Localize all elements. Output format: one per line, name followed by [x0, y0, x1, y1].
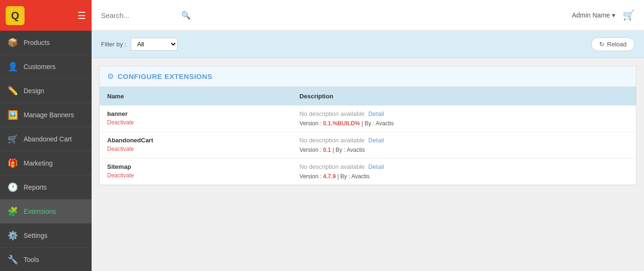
ext-desc-cell-0: No description available Detail Version …: [292, 105, 636, 132]
deactivate-link-0[interactable]: Deactivate: [107, 119, 284, 126]
marketing-icon: 🎁: [8, 158, 18, 168]
filter-bar: Filter by : AllActiveInactive ↻ Reload: [92, 31, 644, 58]
manage-banners-icon: 🖼️: [8, 110, 18, 120]
sidebar-item-products[interactable]: 📦 Products: [0, 31, 92, 55]
main-content: 🔍 Admin Name ▾ 🛒 Filter by : AllActiveIn…: [92, 0, 644, 271]
sidebar-nav: 📦 Products 👤 Customers ✏️ Design 🖼️ Mana…: [0, 31, 92, 271]
sidebar-item-manage-banners[interactable]: 🖼️ Manage Banners: [0, 103, 92, 127]
tools-icon: 🔧: [8, 254, 18, 265]
sidebar-item-extensions[interactable]: 🧩 Extensions: [0, 200, 92, 224]
deactivate-link-2[interactable]: Deactivate: [107, 172, 284, 179]
version-row-2: Version : 4.7.9 | By : Avactis: [299, 173, 628, 180]
abandoned-cart-icon: 🛒: [8, 134, 18, 144]
version-value-0: 0.1.%BUILD%: [323, 120, 360, 127]
settings-icon: ⚙️: [8, 230, 18, 241]
configure-icon: ⚙: [107, 72, 114, 81]
table-header-row: Name Description: [100, 87, 636, 105]
ext-name-cell-0: banner Deactivate: [100, 105, 292, 132]
cart-icon[interactable]: 🛒: [623, 9, 635, 21]
version-row-0: Version : 0.1.%BUILD% | By : Avactis: [299, 120, 628, 127]
table-row: AbandonedCart Deactivate No description …: [100, 132, 636, 158]
col-description: Description: [292, 87, 636, 105]
extensions-section: ⚙ CONFIGURE EXTENSIONS Name Description …: [99, 66, 636, 185]
hamburger-icon[interactable]: ☰: [77, 10, 86, 21]
sidebar-item-label: Settings: [24, 232, 48, 239]
no-desc-1: No description available: [299, 137, 364, 144]
ext-name-0: banner: [107, 110, 127, 117]
products-icon: 📦: [8, 37, 18, 48]
desc-row-1: No description available Detail: [299, 137, 628, 144]
sidebar-item-label: Manage Banners: [24, 111, 74, 119]
extensions-table: Name Description banner Deactivate No de…: [100, 87, 636, 185]
logo[interactable]: Q: [6, 6, 25, 25]
sidebar-item-label: Tools: [24, 256, 39, 263]
ext-name-cell-2: Sitemap Deactivate: [100, 158, 292, 185]
ext-name-cell-1: AbandonedCart Deactivate: [100, 132, 292, 158]
topbar-right: Admin Name ▾ 🛒: [572, 9, 635, 21]
extensions-icon: 🧩: [8, 206, 18, 217]
sidebar-header: Q ☰: [0, 0, 92, 31]
sidebar-item-label: Abandoned Cart: [24, 135, 72, 143]
version-value-1: 0.1: [323, 147, 331, 153]
reports-icon: 🕐: [8, 182, 18, 192]
sidebar-item-settings[interactable]: ⚙️ Settings: [0, 224, 92, 248]
deactivate-link-1[interactable]: Deactivate: [107, 146, 284, 152]
reload-button[interactable]: ↻ Reload: [591, 37, 635, 51]
version-value-2: 4.7.9: [323, 173, 336, 180]
filter-select[interactable]: AllActiveInactive: [131, 38, 178, 51]
topbar: 🔍 Admin Name ▾ 🛒: [92, 0, 644, 31]
ext-name-2: Sitemap: [107, 163, 131, 170]
detail-link-0[interactable]: Detail: [368, 110, 384, 117]
search-input[interactable]: [101, 11, 177, 19]
section-title: CONFIGURE EXTENSIONS: [118, 72, 212, 80]
ext-desc-cell-1: No description available Detail Version …: [292, 132, 636, 158]
sidebar-item-label: Marketing: [24, 159, 52, 167]
detail-link-2[interactable]: Detail: [368, 163, 384, 170]
version-row-1: Version : 0.1 | By : Avactis: [299, 147, 628, 153]
admin-name[interactable]: Admin Name ▾: [572, 11, 615, 19]
sidebar-item-label: Extensions: [24, 208, 56, 215]
sidebar-item-abandoned-cart[interactable]: 🛒 Abandoned Cart: [0, 127, 92, 151]
reload-label: Reload: [607, 41, 627, 48]
ext-desc-cell-2: No description available Detail Version …: [292, 158, 636, 185]
sidebar-item-reports[interactable]: 🕐 Reports: [0, 175, 92, 200]
filter-label: Filter by :: [101, 41, 126, 48]
desc-row-2: No description available Detail: [299, 163, 628, 170]
search-area: 🔍: [101, 11, 191, 20]
desc-row-0: No description available Detail: [299, 110, 628, 117]
sidebar-item-label: Customers: [24, 63, 56, 70]
filter-left: Filter by : AllActiveInactive: [101, 38, 178, 51]
sidebar: Q ☰ 📦 Products 👤 Customers ✏️ Design 🖼️ …: [0, 0, 92, 271]
ext-name-1: AbandonedCart: [107, 137, 153, 144]
col-name: Name: [100, 87, 292, 105]
sidebar-item-customers[interactable]: 👤 Customers: [0, 55, 92, 79]
sidebar-item-label: Design: [24, 87, 44, 95]
sidebar-item-design[interactable]: ✏️ Design: [0, 79, 92, 103]
search-icon: 🔍: [181, 11, 191, 20]
logo-text: Q: [11, 9, 19, 22]
content-area: Filter by : AllActiveInactive ↻ Reload ⚙…: [92, 31, 644, 271]
design-icon: ✏️: [8, 86, 18, 96]
no-desc-2: No description available: [299, 163, 364, 170]
sidebar-item-label: Products: [24, 39, 50, 46]
sidebar-item-label: Reports: [24, 184, 47, 191]
sidebar-item-marketing[interactable]: 🎁 Marketing: [0, 151, 92, 175]
detail-link-1[interactable]: Detail: [368, 137, 384, 144]
sidebar-item-tools[interactable]: 🔧 Tools: [0, 248, 92, 271]
no-desc-0: No description available: [299, 110, 364, 117]
reload-icon: ↻: [599, 41, 604, 48]
customers-icon: 👤: [8, 61, 18, 72]
section-header: ⚙ CONFIGURE EXTENSIONS: [100, 66, 636, 87]
table-row: banner Deactivate No description availab…: [100, 105, 636, 132]
table-row: Sitemap Deactivate No description availa…: [100, 158, 636, 185]
